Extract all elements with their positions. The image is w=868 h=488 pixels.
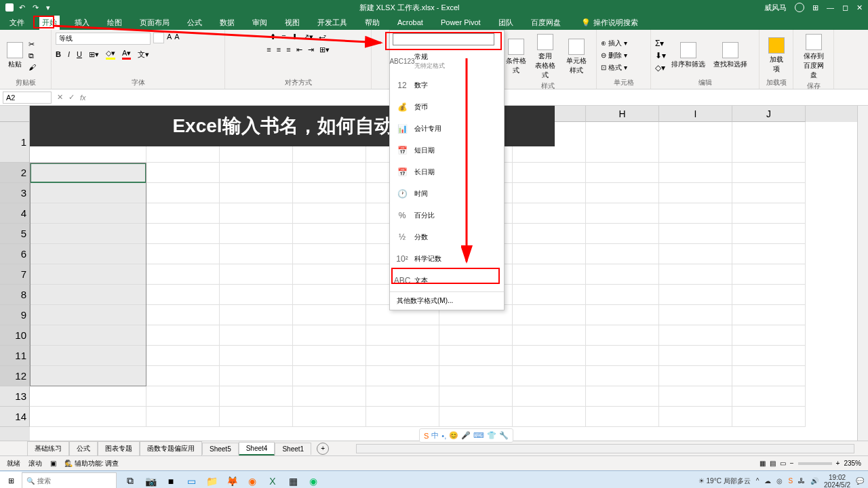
view-layout-icon[interactable]: ▤ — [770, 460, 776, 467]
merge-icon[interactable]: ⊞▾ — [319, 45, 330, 54]
delete-cells-button[interactable]: ⊖ 删除 ▾ — [601, 51, 627, 60]
row-header[interactable]: 4 — [0, 203, 30, 224]
wechat-icon[interactable]: ◉ — [304, 472, 323, 489]
tab-home[interactable]: 开始 — [39, 16, 60, 30]
cancel-formula-icon[interactable]: ✕ — [57, 93, 63, 102]
format-shortdate[interactable]: 📅短日期 — [390, 140, 504, 161]
close-icon[interactable]: ✕ — [856, 3, 863, 12]
wrap-text-icon[interactable]: ⮐ — [319, 33, 326, 41]
col-header[interactable]: I — [659, 106, 732, 122]
row-header[interactable]: 7 — [0, 264, 30, 285]
paste-button[interactable]: 粘贴 — [4, 41, 26, 70]
format-search-input[interactable] — [393, 33, 494, 45]
fill-icon[interactable]: ⬇▾ — [655, 51, 666, 60]
ime-lang[interactable]: 中 — [431, 430, 439, 441]
row-header[interactable]: 8 — [0, 285, 30, 305]
align-bottom-icon[interactable]: ⬇ — [292, 33, 298, 41]
indent-increase-icon[interactable]: ⇥ — [308, 45, 314, 54]
taskbar-search[interactable]: 🔍搜索 — [22, 472, 117, 489]
align-middle-icon[interactable]: ≡ — [281, 33, 285, 41]
redo-icon[interactable]: ↷ — [33, 3, 41, 12]
conditional-format-button[interactable]: 条件格式 — [503, 37, 529, 77]
tab-file[interactable]: 文件 — [7, 16, 27, 30]
enter-formula-icon[interactable]: ✓ — [68, 93, 75, 102]
horizontal-scrollbar[interactable] — [356, 444, 854, 453]
tab-draw[interactable]: 绘图 — [104, 16, 125, 30]
select-all-corner[interactable] — [0, 106, 30, 122]
tab-baidu[interactable]: 百度网盘 — [528, 16, 564, 30]
format-percent[interactable]: %百分比 — [390, 205, 504, 226]
undo-icon[interactable]: ↶ — [19, 3, 27, 12]
weather-widget[interactable]: ☀ 19°C 局部多云 — [698, 476, 751, 486]
status-accessibility[interactable]: 🕵 辅助功能: 调查 — [64, 459, 119, 468]
ime-keyboard-icon[interactable]: ⌨ — [473, 431, 484, 440]
sheet-tab[interactable]: 图表专题 — [98, 441, 140, 455]
save-icon[interactable] — [5, 3, 14, 12]
tab-insert[interactable]: 插入 — [72, 16, 92, 30]
app-icon[interactable]: 📷 — [141, 472, 160, 489]
row-header[interactable]: 14 — [0, 407, 30, 427]
tell-me[interactable]: 💡操作说明搜索 — [581, 18, 638, 28]
tab-layout[interactable]: 页面布局 — [137, 16, 172, 30]
tab-review[interactable]: 审阅 — [250, 16, 270, 30]
taskview-icon[interactable]: ⧉ — [121, 472, 140, 489]
format-accounting[interactable]: 📊会计专用 — [390, 118, 504, 140]
format-general[interactable]: ABC123常规无特定格式 — [390, 48, 504, 75]
tab-data[interactable]: 数据 — [217, 16, 237, 30]
status-macro-icon[interactable]: ▣ — [50, 460, 56, 467]
row-header[interactable]: 1 — [0, 122, 30, 163]
row-header[interactable]: 11 — [0, 346, 30, 366]
decrease-font-icon[interactable]: A — [174, 33, 179, 45]
row-header[interactable]: 9 — [0, 305, 30, 325]
underline-button[interactable]: U — [77, 50, 82, 58]
align-center-icon[interactable]: ≡ — [277, 45, 281, 54]
ime-toolbar[interactable]: S 中 •, 😊 🎤 ⌨ 👕 🔧 — [419, 428, 513, 443]
zoom-level[interactable]: 235% — [844, 460, 861, 467]
user-avatar-icon[interactable] — [795, 3, 804, 12]
tray-chevron-icon[interactable]: ^ — [756, 477, 760, 485]
sheet-tab[interactable]: Sheet5 — [202, 443, 239, 455]
border-icon[interactable]: ⊞▾ — [89, 50, 99, 59]
ribbon-display-icon[interactable]: ⊞ — [812, 3, 818, 12]
bold-button[interactable]: B — [56, 50, 61, 58]
sheet-tab[interactable]: Sheet1 — [275, 443, 311, 455]
ime-skin-icon[interactable]: 👕 — [487, 431, 496, 440]
find-select-button[interactable]: 查找和选择 — [711, 41, 750, 70]
clear-icon[interactable]: ◇▾ — [655, 63, 666, 73]
maximize-icon[interactable]: ◻ — [842, 3, 848, 12]
notification-icon[interactable]: 💬 — [856, 477, 864, 485]
tray-volume-icon[interactable]: 🔊 — [810, 477, 818, 485]
row-header[interactable]: 10 — [0, 325, 30, 346]
tray-clock[interactable]: 19:022024/5/2 — [824, 474, 850, 489]
format-cells-button[interactable]: ⊡ 格式 ▾ — [601, 63, 627, 73]
view-normal-icon[interactable]: ▦ — [760, 460, 766, 467]
view-pagebreak-icon[interactable]: ▭ — [780, 460, 786, 467]
row-header[interactable]: 6 — [0, 244, 30, 264]
user-name[interactable]: 威风马 — [764, 3, 787, 13]
app-icon[interactable]: ▭ — [182, 472, 201, 489]
sheet-tab-active[interactable]: Sheet4 — [239, 442, 275, 455]
sheet-tab[interactable]: 公式 — [69, 441, 98, 455]
ime-toolbox-icon[interactable]: 🔧 — [499, 431, 509, 440]
format-time[interactable]: 🕐时间 — [390, 183, 504, 205]
italic-button[interactable]: I — [68, 50, 70, 58]
fill-color-icon[interactable]: ◇▾ — [106, 49, 115, 60]
indent-decrease-icon[interactable]: ⇤ — [296, 45, 302, 54]
name-box[interactable] — [3, 92, 52, 104]
ime-punct-icon[interactable]: •, — [441, 432, 446, 440]
align-right-icon[interactable]: ≡ — [286, 45, 290, 54]
zoom-out-icon[interactable]: − — [790, 460, 794, 467]
app-icon[interactable]: ◉ — [243, 472, 262, 489]
format-fraction[interactable]: ½分数 — [390, 226, 504, 248]
app-icon[interactable]: ▦ — [283, 472, 302, 489]
save-baidu-button[interactable]: 保存到 百度网盘 — [797, 33, 829, 81]
tray-ime-icon[interactable]: S — [788, 477, 793, 485]
zoom-slider[interactable] — [798, 462, 832, 465]
sheet-tab[interactable]: 函数专题偏应用 — [140, 441, 202, 455]
format-currency[interactable]: 💰货币 — [390, 96, 504, 118]
col-header[interactable]: J — [732, 106, 806, 122]
tab-acrobat[interactable]: Acrobat — [395, 16, 426, 28]
insert-cells-button[interactable]: ⊕ 插入 ▾ — [601, 39, 627, 48]
vertical-scrollbar[interactable] — [857, 106, 868, 441]
app-icon[interactable]: ■ — [161, 472, 180, 489]
